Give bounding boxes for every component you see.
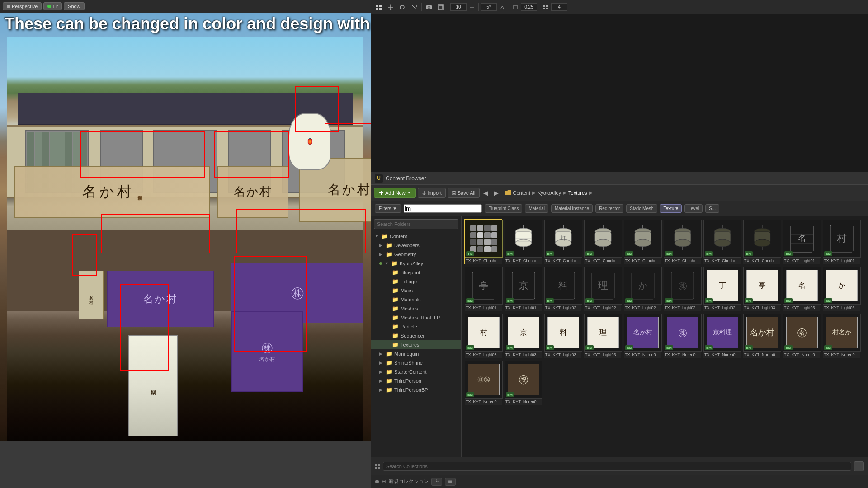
viewport-grid-btn[interactable] xyxy=(541,4,550,11)
collections-search-input[interactable] xyxy=(383,462,851,471)
toolbar-scale-btn[interactable] xyxy=(409,3,420,12)
asset-thumb-noren01e1[interactable]: ㊖㊗ EM TX_KYT_Noren01E1_ xyxy=(464,360,502,405)
toolbar-translate-btn[interactable] xyxy=(385,3,396,12)
asset-thumb-chochin01b[interactable]: EM TX_KYT_Chochin01B_ xyxy=(504,219,542,264)
snap-angle-input[interactable] xyxy=(481,3,497,11)
asset-thumb-noren01e2[interactable]: ㊗ EM TX_KYT_Noren01E2_ xyxy=(504,360,542,405)
asset-thumb-chochin01c[interactable]: 灯 EM TX_KYT_Chochin01C_ xyxy=(544,219,582,264)
svg-rect-84 xyxy=(378,464,380,466)
badge-light03e-1: EM xyxy=(546,345,554,350)
folder-item-maps[interactable]: 📁 Maps xyxy=(371,286,461,295)
filter-texture[interactable]: Texture xyxy=(660,204,682,213)
snap-scale-btn[interactable] xyxy=(511,4,520,11)
add-new-button[interactable]: Add New ▼ xyxy=(374,188,416,198)
label-light03d-1: TX_KYT_Light03D_ xyxy=(465,352,502,358)
kanji-preview-03e-1: 料 xyxy=(547,317,579,348)
folder-item-content[interactable]: ▼ 📁 Content xyxy=(371,232,461,241)
filter-more[interactable]: S... xyxy=(705,204,719,213)
asset-thumb-chochin02c[interactable]: EM TX_KYT_Chochin02C_ xyxy=(703,219,741,264)
lit-button[interactable]: Lit xyxy=(43,2,62,10)
asset-thumb-light02c[interactable]: か EM TX_KYT_Light02C_ xyxy=(623,266,661,311)
asset-thumb-light02d[interactable]: ㊑ EM TX_KYT_Light02D_ xyxy=(663,266,701,311)
filter-redirector[interactable]: Redirector xyxy=(595,204,623,213)
snap-angle-btn[interactable] xyxy=(498,4,507,11)
asset-thumb-light01e[interactable]: 村 EM TX_KYT_Light01E_ xyxy=(822,219,860,264)
light-svg-01e: 村 xyxy=(828,223,855,254)
folder-icon-thirdperson: 📁 xyxy=(386,378,392,384)
toolbar-maximize-btn[interactable] xyxy=(435,3,446,12)
asset-thumb-chochin01d[interactable]: EM TX_KYT_Chochin01D_ xyxy=(584,219,622,264)
folder-item-blueprint[interactable]: 📁 Blueprint xyxy=(371,268,461,277)
import-button[interactable]: Import xyxy=(418,188,446,198)
asset-thumb-light03b[interactable]: 亭 EM TX_KYT_Light03B_ xyxy=(743,266,781,311)
folder-item-sequencer[interactable]: 📁 Sequencer xyxy=(371,331,461,340)
snap-grid-input[interactable] xyxy=(450,3,467,11)
perspective-button[interactable]: Perspective xyxy=(3,2,42,10)
asset-thumb-noren01d1[interactable]: ㊔ EM TX_KYT_Noren01D1_ xyxy=(783,313,821,358)
folder-item-foliage[interactable]: 📁 Foliage xyxy=(371,277,461,286)
asset-thumb-chochin03l[interactable]: EM TX_KYT_Chochin03L_ xyxy=(743,219,781,264)
asset-thumb-light01a[interactable]: 名 EM TX_KYT_Light01A_ xyxy=(783,219,821,264)
asset-thumb-chochin01a[interactable]: TM TX_KYT_Chochin01A_ xyxy=(464,219,502,264)
toolbar-camera-btn[interactable] xyxy=(424,3,434,12)
folder-item-textures[interactable]: 📁 Textures xyxy=(371,340,461,349)
asset-thumb-noren01d2[interactable]: ㊑ EM TX_KYT_Noren01D2_ xyxy=(663,313,701,358)
folder-item-materials[interactable]: 📁 Materials xyxy=(371,295,461,304)
asset-thumb-light02a[interactable]: 料 EM TX_KYT_Light02A_ xyxy=(544,266,582,311)
asset-thumb-light03c-2[interactable]: か EM TX_KYT_Light03C_ xyxy=(822,266,860,311)
folder-item-thirdpersonbp[interactable]: ▶ 📁 ThirdPersonBP xyxy=(371,385,461,394)
filter-static-mesh[interactable]: Static Mesh xyxy=(626,204,657,213)
asset-thumb-noren01c1[interactable]: 京料理 EM TX_KYT_Noren01C1_ xyxy=(703,313,741,358)
folder-item-meshes-roof[interactable]: 📁 Meshes_Roof_LP xyxy=(371,313,461,322)
filters-button[interactable]: Filters ▼ xyxy=(375,204,401,213)
filter-material-instance[interactable]: Material Instance xyxy=(551,204,593,213)
filter-level[interactable]: Level xyxy=(684,204,703,213)
breadcrumb-textures[interactable]: Textures xyxy=(568,190,587,196)
asset-thumb-light03c-1[interactable]: 名 EM TX_KYT_Light03C_ xyxy=(783,266,821,311)
config-icon xyxy=(434,479,439,483)
svg-rect-18 xyxy=(543,5,545,7)
collection-config-btn[interactable] xyxy=(431,478,442,486)
folder-item-meshes[interactable]: 📁 Meshes xyxy=(371,304,461,313)
asset-thumb-light02g[interactable]: 丁 EM TX_KYT_Light02G_ xyxy=(703,266,741,311)
breadcrumb-content[interactable]: Content xyxy=(513,190,531,196)
asset-thumb-light03d-2[interactable]: 京 EM TX_KYT_Light03D_ xyxy=(504,313,542,358)
asset-thumb-light03e-2[interactable]: 理 EM TX_KYT_Light03E_ xyxy=(584,313,622,358)
viewport-grid-input[interactable] xyxy=(551,3,567,11)
save-all-button[interactable]: Save All xyxy=(448,188,480,198)
asset-thumb-chochin01f[interactable]: EM TX_KYT_Chochin01F_ xyxy=(663,219,701,264)
collection-list-btn[interactable] xyxy=(445,478,456,486)
folder-item-shintoshrine[interactable]: ▶ 📁 ShintoShrine xyxy=(371,358,461,367)
collections-add-button[interactable]: + xyxy=(854,461,864,471)
asset-thumb-light01f[interactable]: 亭 EM TX_KYT_Light01F_ xyxy=(464,266,502,311)
nav-forward-button[interactable]: ▶ xyxy=(492,188,500,197)
asset-thumb-light02b[interactable]: 理 EM TX_KYT_Light02B_ xyxy=(584,266,622,311)
folder-item-developers[interactable]: ▶ 📁 Developers xyxy=(371,241,461,250)
asset-thumb-noren01d2b[interactable]: 村名か EM TX_KYT_Noren01D2_ xyxy=(822,313,860,358)
asset-thumb-light03d-1[interactable]: 村 EM TX_KYT_Light03D_ xyxy=(464,313,502,358)
asset-thumb-chochin01e[interactable]: EM TX_KYT_Chochin01E_ xyxy=(623,219,661,264)
snap-scale-input[interactable] xyxy=(521,3,537,11)
asset-thumb-noren01c2[interactable]: 名か村 EM TX_KYT_Noren01C2_ xyxy=(743,313,781,358)
folder-search-input[interactable] xyxy=(374,219,458,229)
filter-blueprint[interactable]: Blueprint Class xyxy=(485,204,522,213)
asset-thumb-light03e-1[interactable]: 料 EM TX_KYT_Light03E_ xyxy=(544,313,582,358)
toolbar-rotate-btn[interactable] xyxy=(397,3,408,12)
folder-item-geometry[interactable]: ▶ 📁 Geometry xyxy=(371,250,461,259)
nav-back-button[interactable]: ◀ xyxy=(481,188,490,197)
toolbar-mode-btn[interactable] xyxy=(373,3,384,12)
folder-item-thirdperson[interactable]: ▶ 📁 ThirdPerson xyxy=(371,376,461,385)
add-icon xyxy=(379,191,383,195)
breadcrumb-kyotoalley[interactable]: KyotoAlley xyxy=(538,190,561,196)
folder-item-startercontent[interactable]: ▶ 📁 StarterContent xyxy=(371,367,461,376)
filter-search-input[interactable] xyxy=(404,204,482,213)
snap-grid-btn[interactable] xyxy=(467,4,476,11)
folder-item-mannequin[interactable]: ▶ 📁 Mannequin xyxy=(371,349,461,358)
svg-rect-20 xyxy=(543,8,545,9)
asset-thumb-noren01b1[interactable]: 名か村 EM TX_KYT_Noren01B1_ xyxy=(623,313,661,358)
show-button[interactable]: Show xyxy=(64,2,85,10)
filter-material[interactable]: Material xyxy=(525,204,548,213)
folder-item-particle[interactable]: 📁 Particle xyxy=(371,322,461,331)
asset-thumb-light01g[interactable]: 京 EM TX_KYT_Light01G_ xyxy=(504,266,542,311)
folder-item-kyotoalley[interactable]: ▼ 📁 KyotoAlley xyxy=(371,259,461,268)
